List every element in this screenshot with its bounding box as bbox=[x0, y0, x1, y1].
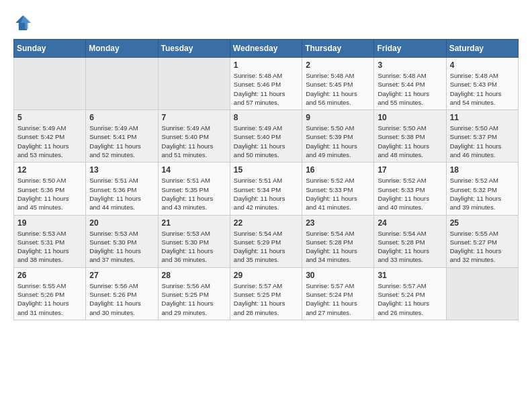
day-of-week-header: Sunday bbox=[14, 40, 86, 58]
day-number: 27 bbox=[89, 271, 154, 280]
day-number: 7 bbox=[162, 113, 226, 122]
day-number: 5 bbox=[17, 113, 82, 122]
day-info: Sunrise: 5:48 AM Sunset: 5:46 PM Dayligh… bbox=[234, 71, 298, 107]
day-number: 19 bbox=[17, 218, 82, 228]
day-number: 18 bbox=[450, 165, 515, 175]
day-info: Sunrise: 5:56 AM Sunset: 5:26 PM Dayligh… bbox=[89, 281, 154, 317]
calendar-week-row: 12Sunrise: 5:50 AM Sunset: 5:36 PM Dayli… bbox=[14, 163, 519, 215]
calendar-day-cell: 26Sunrise: 5:55 AM Sunset: 5:26 PM Dayli… bbox=[14, 267, 86, 320]
calendar-day-cell: 14Sunrise: 5:51 AM Sunset: 5:35 PM Dayli… bbox=[158, 163, 230, 215]
day-number: 1 bbox=[234, 60, 298, 70]
day-number: 2 bbox=[306, 60, 370, 70]
calendar-day-cell: 19Sunrise: 5:53 AM Sunset: 5:31 PM Dayli… bbox=[14, 215, 86, 267]
calendar-day-cell: 8Sunrise: 5:49 AM Sunset: 5:40 PM Daylig… bbox=[230, 110, 302, 163]
calendar-day-cell: 1Sunrise: 5:48 AM Sunset: 5:46 PM Daylig… bbox=[230, 58, 302, 110]
calendar-day-cell: 4Sunrise: 5:48 AM Sunset: 5:43 PM Daylig… bbox=[446, 58, 518, 110]
logo bbox=[13, 13, 35, 32]
calendar-day-cell: 24Sunrise: 5:54 AM Sunset: 5:28 PM Dayli… bbox=[374, 215, 446, 267]
day-info: Sunrise: 5:51 AM Sunset: 5:34 PM Dayligh… bbox=[234, 176, 298, 212]
calendar-day-cell: 27Sunrise: 5:56 AM Sunset: 5:26 PM Dayli… bbox=[86, 267, 158, 320]
day-info: Sunrise: 5:48 AM Sunset: 5:45 PM Dayligh… bbox=[306, 71, 370, 107]
day-number: 14 bbox=[162, 165, 226, 175]
calendar-week-row: 19Sunrise: 5:53 AM Sunset: 5:31 PM Dayli… bbox=[14, 215, 519, 267]
calendar-day-cell bbox=[446, 267, 518, 320]
day-number: 21 bbox=[162, 218, 226, 228]
day-info: Sunrise: 5:53 AM Sunset: 5:31 PM Dayligh… bbox=[17, 229, 82, 265]
day-info: Sunrise: 5:49 AM Sunset: 5:41 PM Dayligh… bbox=[89, 124, 154, 159]
day-info: Sunrise: 5:49 AM Sunset: 5:42 PM Dayligh… bbox=[17, 124, 82, 159]
calendar-day-cell: 23Sunrise: 5:54 AM Sunset: 5:28 PM Dayli… bbox=[302, 215, 374, 267]
day-number: 3 bbox=[378, 60, 442, 70]
day-info: Sunrise: 5:55 AM Sunset: 5:27 PM Dayligh… bbox=[450, 229, 515, 265]
day-number: 11 bbox=[450, 113, 515, 122]
day-number: 22 bbox=[234, 218, 298, 228]
calendar-day-cell: 10Sunrise: 5:50 AM Sunset: 5:38 PM Dayli… bbox=[374, 110, 446, 163]
calendar-day-cell: 13Sunrise: 5:51 AM Sunset: 5:36 PM Dayli… bbox=[86, 163, 158, 215]
calendar-week-row: 26Sunrise: 5:55 AM Sunset: 5:26 PM Dayli… bbox=[14, 267, 519, 320]
day-info: Sunrise: 5:50 AM Sunset: 5:36 PM Dayligh… bbox=[17, 176, 82, 212]
day-info: Sunrise: 5:52 AM Sunset: 5:32 PM Dayligh… bbox=[450, 176, 515, 212]
calendar-day-cell bbox=[158, 58, 230, 110]
day-info: Sunrise: 5:51 AM Sunset: 5:35 PM Dayligh… bbox=[162, 176, 226, 212]
day-of-week-header: Wednesday bbox=[230, 40, 302, 58]
day-info: Sunrise: 5:54 AM Sunset: 5:29 PM Dayligh… bbox=[234, 229, 298, 265]
calendar-day-cell: 16Sunrise: 5:52 AM Sunset: 5:33 PM Dayli… bbox=[302, 163, 374, 215]
day-of-week-header: Tuesday bbox=[158, 40, 230, 58]
day-info: Sunrise: 5:48 AM Sunset: 5:43 PM Dayligh… bbox=[450, 71, 515, 107]
day-info: Sunrise: 5:55 AM Sunset: 5:26 PM Dayligh… bbox=[17, 281, 82, 317]
day-info: Sunrise: 5:53 AM Sunset: 5:30 PM Dayligh… bbox=[89, 229, 154, 265]
calendar-day-cell: 17Sunrise: 5:52 AM Sunset: 5:33 PM Dayli… bbox=[374, 163, 446, 215]
day-info: Sunrise: 5:54 AM Sunset: 5:28 PM Dayligh… bbox=[378, 229, 442, 265]
calendar-day-cell: 20Sunrise: 5:53 AM Sunset: 5:30 PM Dayli… bbox=[86, 215, 158, 267]
calendar-day-cell: 30Sunrise: 5:57 AM Sunset: 5:24 PM Dayli… bbox=[302, 267, 374, 320]
calendar-day-cell: 28Sunrise: 5:56 AM Sunset: 5:25 PM Dayli… bbox=[158, 267, 230, 320]
day-number: 8 bbox=[234, 113, 298, 122]
day-number: 29 bbox=[234, 271, 298, 280]
calendar-day-cell bbox=[86, 58, 158, 110]
calendar-day-cell: 18Sunrise: 5:52 AM Sunset: 5:32 PM Dayli… bbox=[446, 163, 518, 215]
day-info: Sunrise: 5:51 AM Sunset: 5:36 PM Dayligh… bbox=[89, 176, 154, 212]
day-number: 31 bbox=[378, 271, 442, 280]
day-number: 25 bbox=[450, 218, 515, 228]
day-info: Sunrise: 5:49 AM Sunset: 5:40 PM Dayligh… bbox=[162, 124, 226, 159]
calendar-day-cell: 3Sunrise: 5:48 AM Sunset: 5:44 PM Daylig… bbox=[374, 58, 446, 110]
calendar-day-cell: 6Sunrise: 5:49 AM Sunset: 5:41 PM Daylig… bbox=[86, 110, 158, 163]
calendar-day-cell: 25Sunrise: 5:55 AM Sunset: 5:27 PM Dayli… bbox=[446, 215, 518, 267]
day-number: 9 bbox=[306, 113, 370, 122]
day-info: Sunrise: 5:50 AM Sunset: 5:39 PM Dayligh… bbox=[306, 124, 370, 159]
day-number: 17 bbox=[378, 165, 442, 175]
day-info: Sunrise: 5:57 AM Sunset: 5:24 PM Dayligh… bbox=[306, 281, 370, 317]
calendar-day-cell: 12Sunrise: 5:50 AM Sunset: 5:36 PM Dayli… bbox=[14, 163, 86, 215]
calendar-day-cell: 11Sunrise: 5:50 AM Sunset: 5:37 PM Dayli… bbox=[446, 110, 518, 163]
calendar-day-cell bbox=[14, 58, 86, 110]
day-number: 10 bbox=[378, 113, 442, 122]
calendar-day-cell: 22Sunrise: 5:54 AM Sunset: 5:29 PM Dayli… bbox=[230, 215, 302, 267]
calendar-day-cell: 31Sunrise: 5:57 AM Sunset: 5:24 PM Dayli… bbox=[374, 267, 446, 320]
day-number: 13 bbox=[89, 165, 154, 175]
day-number: 24 bbox=[378, 218, 442, 228]
day-info: Sunrise: 5:53 AM Sunset: 5:30 PM Dayligh… bbox=[162, 229, 226, 265]
day-info: Sunrise: 5:52 AM Sunset: 5:33 PM Dayligh… bbox=[306, 176, 370, 212]
day-number: 26 bbox=[17, 271, 82, 280]
day-number: 28 bbox=[162, 271, 226, 280]
day-info: Sunrise: 5:49 AM Sunset: 5:40 PM Dayligh… bbox=[234, 124, 298, 159]
calendar-day-cell: 9Sunrise: 5:50 AM Sunset: 5:39 PM Daylig… bbox=[302, 110, 374, 163]
calendar-day-cell: 21Sunrise: 5:53 AM Sunset: 5:30 PM Dayli… bbox=[158, 215, 230, 267]
day-of-week-header: Saturday bbox=[446, 40, 518, 58]
day-info: Sunrise: 5:54 AM Sunset: 5:28 PM Dayligh… bbox=[306, 229, 370, 265]
day-number: 15 bbox=[234, 165, 298, 175]
calendar-day-cell: 29Sunrise: 5:57 AM Sunset: 5:25 PM Dayli… bbox=[230, 267, 302, 320]
day-number: 6 bbox=[89, 113, 154, 122]
day-of-week-header: Friday bbox=[374, 40, 446, 58]
calendar-day-cell: 15Sunrise: 5:51 AM Sunset: 5:34 PM Dayli… bbox=[230, 163, 302, 215]
calendar-day-cell: 2Sunrise: 5:48 AM Sunset: 5:45 PM Daylig… bbox=[302, 58, 374, 110]
day-info: Sunrise: 5:50 AM Sunset: 5:37 PM Dayligh… bbox=[450, 124, 515, 159]
day-info: Sunrise: 5:52 AM Sunset: 5:33 PM Dayligh… bbox=[378, 176, 442, 212]
day-info: Sunrise: 5:48 AM Sunset: 5:44 PM Dayligh… bbox=[378, 71, 442, 107]
calendar-week-row: 1Sunrise: 5:48 AM Sunset: 5:46 PM Daylig… bbox=[14, 58, 519, 110]
day-number: 30 bbox=[306, 271, 370, 280]
day-number: 20 bbox=[89, 218, 154, 228]
day-of-week-header: Monday bbox=[86, 40, 158, 58]
day-info: Sunrise: 5:57 AM Sunset: 5:25 PM Dayligh… bbox=[234, 281, 298, 317]
day-number: 4 bbox=[450, 60, 515, 70]
